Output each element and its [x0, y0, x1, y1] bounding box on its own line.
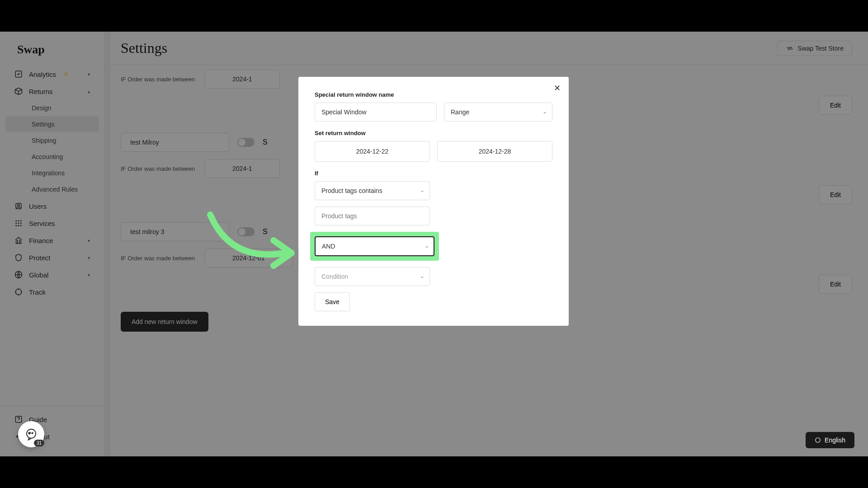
product-tags-input[interactable]: [315, 206, 430, 225]
letterbox-top: [0, 0, 868, 32]
condition-select-wrap: Product tags contains: [315, 181, 430, 200]
svg-point-17: [32, 432, 33, 434]
close-button[interactable]: ✕: [554, 83, 561, 93]
letterbox-bottom: [0, 456, 868, 488]
name-input[interactable]: [315, 103, 437, 122]
date-start-input[interactable]: 2024-12-22: [315, 141, 430, 162]
tags-input-wrap: [315, 206, 430, 225]
save-button[interactable]: Save: [315, 292, 350, 311]
close-icon: ✕: [554, 84, 561, 93]
label-name: Special return window name: [315, 91, 552, 98]
chat-widget[interactable]: 31: [18, 421, 44, 447]
range-select-wrap: Range: [444, 103, 552, 122]
modal-special-return-window: ✕ Special return window name Range Set r…: [298, 77, 569, 326]
svg-point-18: [816, 438, 821, 443]
circle-icon: [815, 437, 821, 443]
chat-icon: [24, 427, 38, 441]
svg-point-16: [28, 432, 30, 434]
chat-count-badge: 31: [34, 440, 44, 446]
operator-select[interactable]: AND: [315, 236, 434, 256]
language-label: English: [825, 436, 845, 444]
condition2-select[interactable]: Condition: [315, 267, 430, 286]
language-selector[interactable]: English: [806, 432, 854, 448]
modal-row-name: Range: [315, 103, 552, 122]
label-set: Set return window: [315, 130, 552, 136]
condition2-select-wrap: Condition: [315, 267, 430, 286]
label-if: If: [315, 170, 552, 177]
date-end-input[interactable]: 2024-12-28: [437, 141, 552, 162]
condition-select[interactable]: Product tags contains: [315, 181, 430, 200]
svg-point-15: [27, 429, 36, 438]
modal-row-dates: 2024-12-22 2024-12-28: [315, 141, 552, 162]
range-select[interactable]: Range: [444, 103, 552, 122]
highlight-operator: AND: [310, 232, 439, 261]
